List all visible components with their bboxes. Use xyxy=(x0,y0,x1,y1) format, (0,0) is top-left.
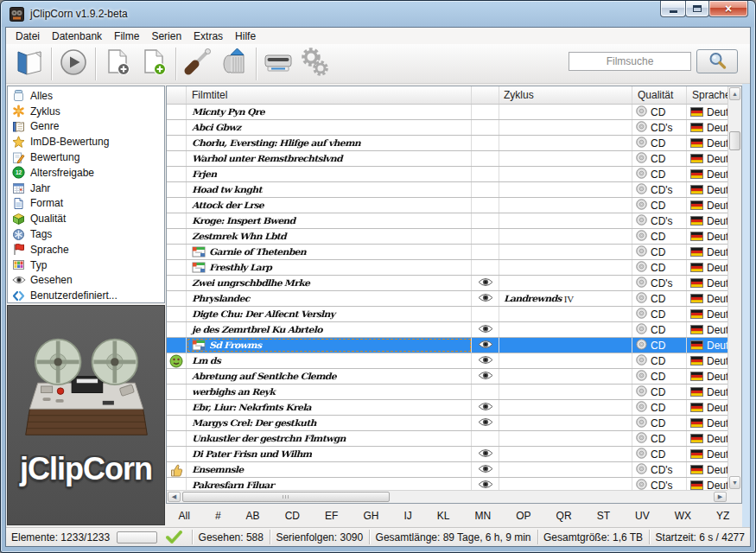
column-header-title[interactable]: Filmtitel xyxy=(187,86,472,104)
alphabet-filter-wx[interactable]: WX xyxy=(670,508,696,524)
sidebar-item-tags[interactable]: Tags xyxy=(8,226,164,242)
menu-item-hilfe[interactable]: Hilfe xyxy=(229,29,262,44)
alphabet-filter-op[interactable]: OP xyxy=(511,508,535,524)
quality-cell: CD xyxy=(632,198,687,213)
language-label: Deutsch xyxy=(707,402,727,414)
open-database-button[interactable] xyxy=(11,46,48,82)
menu-item-extras[interactable]: Extras xyxy=(187,29,229,44)
language-label: Deutsch xyxy=(707,293,727,305)
horizontal-scroll-thumb[interactable] xyxy=(182,492,390,502)
movie-row[interactable]: Abci GbwzCD'sDeutsch xyxy=(167,120,727,136)
alphabet-filter-kl[interactable]: KL xyxy=(433,508,454,524)
sidebar-item-altersfreigabe[interactable]: 12Altersfreigabe xyxy=(8,165,164,181)
column-header-marker[interactable] xyxy=(167,86,187,104)
sidebar-item-typ[interactable]: Typ xyxy=(8,257,164,273)
language-cell: Deutsch xyxy=(687,478,727,490)
scroll-right-arrow[interactable]: ▶ xyxy=(714,492,727,502)
zyklus-cell xyxy=(499,307,632,321)
column-header-language[interactable]: Sprache xyxy=(687,86,727,104)
movie-row[interactable]: Ebr, Liur: Nekrfmts KrelaCDDeutsch xyxy=(167,400,727,416)
movie-row[interactable]: Chorlu, Eversting: Hlifge auf vhemnCDDeu… xyxy=(167,136,727,151)
movie-row[interactable]: Unkustler der gestrchn FlmtwgnCDDeutsch xyxy=(167,431,727,447)
movie-row[interactable]: FrjenCDDeutsch xyxy=(167,167,727,182)
sidebar-item-benutzerdefiniert[interactable]: Benutzerdefiniert... xyxy=(8,288,164,303)
menu-item-serien[interactable]: Serien xyxy=(145,29,187,44)
alphabet-filter-yz[interactable]: YZ xyxy=(712,508,734,524)
delete-item-button[interactable] xyxy=(216,46,252,82)
close-button[interactable]: × xyxy=(708,1,748,17)
movie-row[interactable]: Kroge: Inspert BwendCD'sDeutsch xyxy=(167,213,727,229)
vertical-scrollbar[interactable]: ▲ ▼ xyxy=(727,86,741,490)
movie-row[interactable]: Attock der LrseCDDeutsch xyxy=(167,198,727,213)
sidebar-item-genre[interactable]: Genre xyxy=(8,119,164,135)
movie-row[interactable]: Di Pater Frisn und WilhmCDDeutsch xyxy=(167,447,727,462)
alphabet-filter-st[interactable]: ST xyxy=(593,508,614,524)
export-device-button[interactable] xyxy=(260,46,296,82)
menu-item-datenbank[interactable]: Datenbank xyxy=(46,29,108,44)
movie-row[interactable]: Zestmrek Whn LbtdCDDeutsch xyxy=(167,229,727,245)
add-movie-button[interactable] xyxy=(99,46,136,82)
menu-item-filme[interactable]: Filme xyxy=(108,29,145,44)
scroll-up-arrow[interactable]: ▲ xyxy=(729,87,740,100)
movie-row[interactable]: Margys Crel: Der gestkuthCDDeutsch xyxy=(167,416,727,431)
vertical-scroll-thumb[interactable] xyxy=(729,131,740,150)
eye-icon xyxy=(478,340,493,352)
sidebar-item-format[interactable]: Format xyxy=(8,196,164,212)
alphabet-filter-mn[interactable]: MN xyxy=(471,508,496,524)
edit-tools-button[interactable] xyxy=(180,46,216,82)
movie-row[interactable]: Digte Chu: Der Alfecnt VerslnyCDDeutsch xyxy=(167,307,727,322)
movie-row[interactable]: PhryslandecLandrewndsIVCDDeutsch xyxy=(167,291,727,307)
movie-row[interactable]: Zwei ungrschbdlhe MrkeCD'sDeutsch xyxy=(167,276,727,291)
search-input[interactable] xyxy=(569,52,691,71)
column-header-zyklus[interactable]: Zyklus xyxy=(499,86,632,104)
sidebar-item-bewertung[interactable]: Bewertung xyxy=(8,149,164,165)
alphabet-filter-ef[interactable]: EF xyxy=(321,508,342,524)
scroll-down-arrow[interactable]: ▼ xyxy=(729,476,740,489)
movie-row[interactable]: Lm dsCDDeutsch xyxy=(167,353,727,369)
add-series-button[interactable] xyxy=(136,46,172,82)
sidebar-item-alles[interactable]: Alles xyxy=(8,88,164,104)
scroll-left-arrow[interactable]: ◀ xyxy=(168,492,181,502)
movie-row[interactable]: Abretung auf Sentlche ClemdeCDDeutsch xyxy=(167,369,727,385)
minimize-button[interactable] xyxy=(660,1,686,17)
alphabet-filter-ij[interactable]: IJ xyxy=(399,508,416,524)
movie-row[interactable]: Micnty Pyn QreCDDeutsch xyxy=(167,105,727,120)
sidebar-item-imdb-bewertung[interactable]: ImDB-Bewertung xyxy=(8,134,164,149)
column-header-quality[interactable]: Qualität xyxy=(632,86,687,104)
sidebar-item-jahr[interactable]: Jahr xyxy=(8,181,164,196)
play-movie-button[interactable] xyxy=(55,46,92,82)
play-icon xyxy=(59,48,88,79)
language-label: Deutsch xyxy=(707,277,727,289)
settings-gears-button[interactable] xyxy=(296,46,333,82)
alphabet-filter-qr[interactable]: QR xyxy=(552,508,576,524)
maximize-button[interactable] xyxy=(685,1,709,17)
alphabet-filter-uv[interactable]: UV xyxy=(631,508,654,524)
german-flag-icon xyxy=(690,356,703,365)
movie-row-selected[interactable]: Sd FrowmsCDDeutsch xyxy=(167,338,727,353)
alphabet-filter-all[interactable]: All xyxy=(175,508,194,524)
movie-row[interactable]: Pakresfarn FiluarCD'sDeutsch xyxy=(167,478,727,490)
marker-cell xyxy=(167,478,187,490)
alphabet-filter-gh[interactable]: GH xyxy=(359,508,383,524)
language-cell: Deutsch xyxy=(687,167,727,181)
sidebar-item-sprache[interactable]: Sprache xyxy=(8,242,164,257)
sidebar-item-zyklus[interactable]: Zyklus xyxy=(8,104,164,119)
movie-row[interactable]: Hoad tw knghtCD'sDeutsch xyxy=(167,182,727,198)
alphabet-filter-blank[interactable]: # xyxy=(211,508,226,524)
movie-row[interactable]: je des Zemrtbrel Ku AbrteloCDDeutsch xyxy=(167,322,727,338)
movie-row[interactable]: werbighs an ReykCDDeutsch xyxy=(167,385,727,400)
eye-icon xyxy=(478,464,493,476)
alphabet-filter-cd[interactable]: CD xyxy=(281,508,304,524)
movie-row[interactable]: Fresthly LarpCDDeutsch xyxy=(167,260,727,276)
sidebar-item-qualitat[interactable]: Qualität xyxy=(8,211,164,226)
movie-row[interactable]: EnsemnsleCD'sDeutsch xyxy=(167,462,727,478)
horizontal-scrollbar[interactable]: ◀ ▶ xyxy=(167,490,727,503)
column-header-seen[interactable] xyxy=(472,86,499,104)
alphabet-filter-ab[interactable]: AB xyxy=(242,508,264,524)
sidebar-item-gesehen[interactable]: Gesehen xyxy=(8,273,164,289)
search-button[interactable] xyxy=(696,49,738,73)
movie-row[interactable]: Garnie of ThetenbenCDDeutsch xyxy=(167,245,727,260)
german-flag-icon xyxy=(690,372,703,381)
menu-item-datei[interactable]: Datei xyxy=(10,29,46,44)
movie-row[interactable]: Warhol unter RemstbrechtslvndCDDeutsch xyxy=(167,151,727,167)
